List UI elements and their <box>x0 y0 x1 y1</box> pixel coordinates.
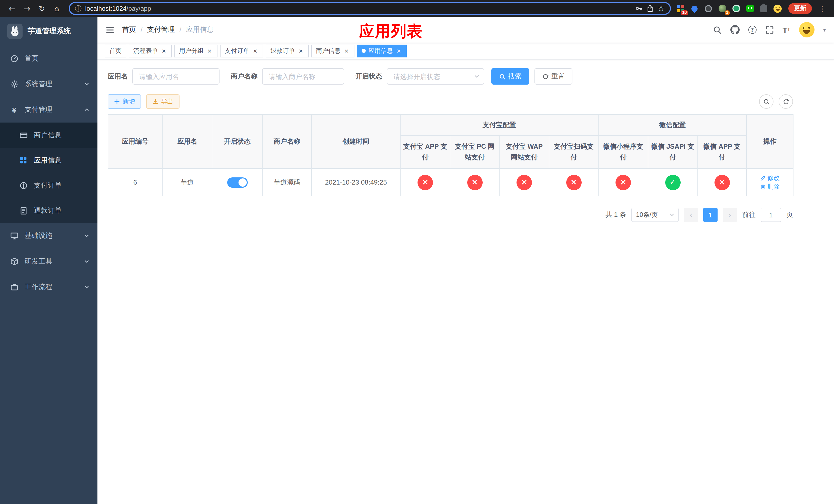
sidebar-item-merchant-info[interactable]: 商户信息 <box>0 122 97 148</box>
toggle-search-button[interactable] <box>759 94 773 109</box>
close-icon[interactable]: × <box>298 47 304 54</box>
url-host: localhost:1024 <box>85 5 127 12</box>
prev-page-button[interactable]: ‹ <box>684 208 698 222</box>
sidebar-item-workflow[interactable]: 工作流程 <box>0 274 97 300</box>
merchant-name-input[interactable] <box>262 68 344 85</box>
extension-drop-icon[interactable] <box>690 4 699 13</box>
extension-badge: 1 <box>724 10 730 15</box>
chevron-up-icon <box>84 107 89 112</box>
tab-process-form[interactable]: 流程表单× <box>129 44 172 57</box>
extension-dark-icon[interactable] <box>704 4 713 13</box>
extension-green-icon[interactable] <box>731 4 741 13</box>
sidebar-item-refund-orders[interactable]: 退款订单 <box>0 198 97 223</box>
extension-chat-icon[interactable] <box>745 4 754 13</box>
breadcrumb: 首页 / 支付管理 / 应用信息 <box>122 25 214 35</box>
tab-home[interactable]: 首页 <box>105 44 126 57</box>
chrome-update-button[interactable]: 更新 <box>788 3 812 14</box>
close-icon[interactable]: × <box>343 47 350 54</box>
sidebar-item-app-info[interactable]: 应用信息 <box>0 148 97 173</box>
password-key-icon[interactable] <box>635 5 642 12</box>
status-toggle[interactable] <box>227 177 247 187</box>
cell-merchant: 芋道源码 <box>262 168 312 196</box>
search-icon[interactable] <box>713 25 721 34</box>
col-header-created: 创建时间 <box>312 115 400 168</box>
sidebar-item-infrastructure[interactable]: 基础设施 <box>0 223 97 249</box>
cell-name: 芋道 <box>162 168 212 196</box>
breadcrumb-home[interactable]: 首页 <box>122 25 136 35</box>
app-window: 芋道管理系统 首页 系统管理 ¥ 支付管理 <box>0 17 834 504</box>
url-text[interactable]: localhost:1024/pay/app <box>85 5 631 12</box>
extension-grid-icon[interactable]: 10 <box>676 4 685 13</box>
close-icon[interactable]: × <box>395 47 402 54</box>
group-header-wechat: 微信配置 <box>598 115 747 136</box>
alipay-pc-disabled-icon: × <box>467 175 482 190</box>
tab-payment-orders[interactable]: 支付订单× <box>220 44 263 57</box>
next-page-button[interactable]: › <box>723 208 737 222</box>
sidebar-item-home[interactable]: 首页 <box>0 46 97 71</box>
user-avatar[interactable] <box>799 22 814 38</box>
chevron-down-icon <box>84 82 89 87</box>
tab-merchant-info[interactable]: 商户信息× <box>311 44 354 57</box>
cell-id: 6 <box>108 168 162 196</box>
status-select-input[interactable] <box>387 68 484 85</box>
top-navbar: 首页 / 支付管理 / 应用信息 ? <box>97 17 834 43</box>
app-logo[interactable]: 芋道管理系统 <box>0 17 97 46</box>
fullscreen-icon[interactable] <box>765 25 774 34</box>
sidebar-item-payment[interactable]: ¥ 支付管理 <box>0 97 97 122</box>
add-button[interactable]: 新增 <box>108 94 141 109</box>
tab-user-group[interactable]: 用户分组× <box>174 44 218 57</box>
col-header-wechat-lite: 微信小程序支付 <box>598 136 648 168</box>
sidebar-item-dev-tools[interactable]: 研发工具 <box>0 249 97 274</box>
page-size-select[interactable]: 10条/页 <box>631 208 679 222</box>
status-select[interactable] <box>387 68 484 85</box>
wechat-lite-disabled-icon: × <box>615 175 631 190</box>
tab-app-info[interactable]: 应用信息× <box>357 44 407 57</box>
delete-link[interactable]: 删除 <box>760 182 780 191</box>
app-table: 应用编号 应用名 开启状态 商户名称 创建时间 支付宝配置 微信配置 操作 支付… <box>108 114 793 197</box>
address-bar[interactable]: ⓘ localhost:1024/pay/app ☆ <box>69 2 671 15</box>
app-name-input[interactable] <box>132 68 220 85</box>
site-info-icon[interactable]: ⓘ <box>75 4 82 13</box>
home-icon[interactable]: ⌂ <box>50 2 64 15</box>
help-icon[interactable]: ? <box>748 26 756 34</box>
col-header-actions: 操作 <box>747 115 793 168</box>
forward-icon[interactable]: → <box>20 2 34 15</box>
reload-icon[interactable]: ↻ <box>35 2 49 15</box>
reset-button[interactable]: 重置 <box>534 68 572 85</box>
bookmark-star-icon[interactable]: ☆ <box>657 4 665 13</box>
font-size-icon[interactable]: TT <box>783 26 790 33</box>
tab-refund-orders[interactable]: 退款订单× <box>266 44 309 57</box>
col-header-alipay-app: 支付宝 APP 支付 <box>400 136 450 168</box>
hamburger-icon[interactable] <box>106 25 114 34</box>
yen-icon: ¥ <box>10 105 19 114</box>
refresh-button[interactable] <box>778 94 793 109</box>
back-icon[interactable]: ← <box>5 2 19 15</box>
export-button[interactable]: 导出 <box>146 94 179 109</box>
extension-face-icon[interactable] <box>773 4 782 13</box>
extension-puzzle-icon[interactable] <box>759 4 768 13</box>
gear-icon <box>10 80 19 88</box>
close-icon[interactable]: × <box>252 47 259 54</box>
url-path: /pay/app <box>127 5 151 12</box>
chevron-down-icon <box>84 259 89 264</box>
sidebar-item-payment-orders[interactable]: 支付订单 <box>0 173 97 198</box>
extension-avatar-icon[interactable]: 1 <box>718 4 727 13</box>
browser-menu-icon[interactable]: ⋮ <box>816 4 828 13</box>
goto-page-input[interactable] <box>761 208 781 222</box>
close-icon[interactable]: × <box>160 47 167 54</box>
avatar-caret-icon[interactable]: ▾ <box>823 27 826 32</box>
breadcrumb-payment[interactable]: 支付管理 <box>147 25 175 35</box>
share-icon[interactable] <box>646 5 654 12</box>
sidebar-item-system[interactable]: 系统管理 <box>0 71 97 97</box>
close-icon[interactable]: × <box>206 47 213 54</box>
col-header-alipay-qr: 支付宝扫码支付 <box>549 136 598 168</box>
current-page-button[interactable]: 1 <box>703 208 718 222</box>
search-button[interactable]: 搜索 <box>491 68 529 85</box>
goto-label: 前往 <box>742 210 755 220</box>
sidebar-item-label: 应用信息 <box>34 156 62 165</box>
logo-rabbit-icon <box>7 24 23 39</box>
edit-link[interactable]: 修改 <box>760 174 780 182</box>
col-header-wechat-jsapi: 微信 JSAPI 支付 <box>648 136 697 168</box>
github-icon[interactable] <box>730 25 739 35</box>
goto-unit: 页 <box>786 210 793 220</box>
